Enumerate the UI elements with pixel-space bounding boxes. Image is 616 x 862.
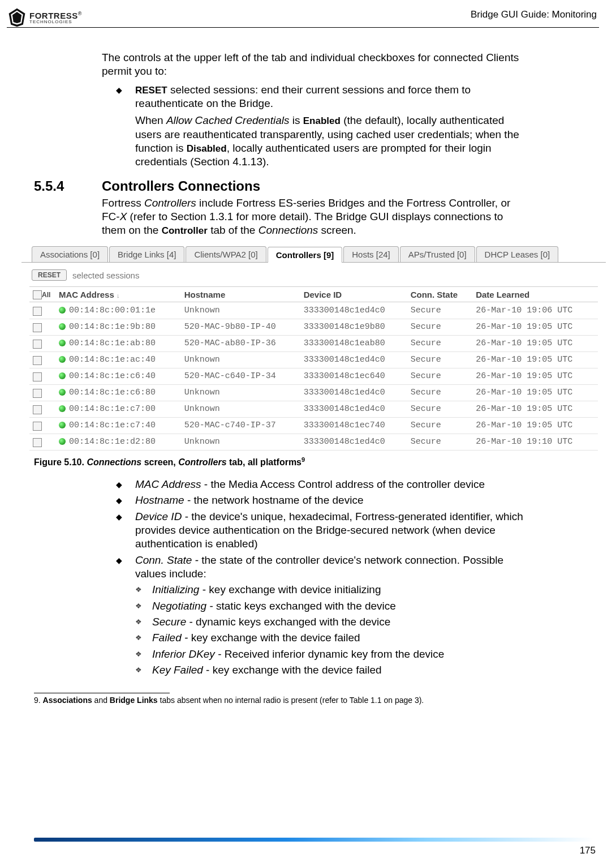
table-row: 00:14:8c:1e:9b:80520-MAC-9b80-IP-4033330… [29,319,598,335]
status-dot-icon [59,389,66,396]
fn-rest: tabs absent when no internal radio is pr… [158,696,424,705]
status-dot-icon [59,307,66,314]
controllers-table: All MAC Address ↓ Hostname Device ID Con… [29,286,598,450]
status-dot-icon [59,438,66,445]
row-checkbox[interactable] [33,389,42,398]
row-checkbox[interactable] [33,356,42,365]
col-device-id[interactable]: Device ID [300,287,407,302]
diamond-icon: ◆ [116,554,135,581]
reset-cont-b2: Disabled [187,143,227,154]
intro-paragraph: The controls at the upper left of the ta… [102,51,525,79]
table-row: 00:14:8c:1e:c6:80Unknown333300148c1ed4c0… [29,384,598,401]
fn-mid: and [92,696,110,705]
definition-item: ◆Device ID - the device's unique, hexade… [116,510,525,551]
fortress-icon [7,7,27,28]
fc-it2: Controllers [178,457,226,467]
reset-cont-b1: Enabled [303,115,341,126]
status-dot-icon [59,340,66,346]
flower-icon: ❖ [135,599,152,613]
sp-d: tab of the [208,224,259,236]
footnote-divider [34,693,170,693]
diamond-icon: ◆ [116,494,135,507]
sp-i3: Connections [259,224,318,236]
tab-clients-wpa2[interactable]: Clients/WPA2 [0] [186,246,266,262]
tab-dhcp-leases[interactable]: DHCP Leases [0] [476,246,559,262]
table-row: 00:14:8c:1e:c7:00Unknown333300148c1ed4c0… [29,401,598,417]
tab-aps-trusted[interactable]: APs/Trusted [0] [400,246,475,262]
state-item: ❖Negotiating - static keys exchanged wit… [135,599,525,613]
tab-controllers[interactable]: Controllers [9] [268,247,343,263]
sp-bold: Controller [162,225,208,236]
select-all-checkbox[interactable] [33,290,42,299]
table-row: 00:14:8c:1e:ac:40Unknown333300148c1ed4c0… [29,351,598,368]
flower-icon: ❖ [135,631,152,645]
bullet-reset: ◆ RESET selected sessions: end their cur… [116,83,525,169]
fc-prefix: Figure 5.10. [34,457,87,467]
status-dot-icon [59,405,66,412]
section-title: Controllers Connections [102,178,260,194]
row-checkbox[interactable] [33,405,42,414]
definition-item: ◆MAC Address - the Media Access Control … [116,478,525,491]
logo-sub-text: TECHNOLOGIES [29,20,81,24]
table-row: 00:14:8c:1e:ab:80520-MAC-ab80-IP-3633330… [29,335,598,351]
reset-button[interactable]: RESET [32,269,67,281]
state-item: ❖Failed - key exchange with the device f… [135,631,525,645]
state-item: ❖Inferior DKey - Received inferior dynam… [135,647,525,661]
page-header-title: Bridge GUI Guide: Monitoring [471,9,597,20]
sp-i2: X [120,211,127,222]
status-dot-icon [59,422,66,428]
header-divider [7,27,599,28]
diamond-icon: ◆ [116,83,135,169]
row-checkbox[interactable] [33,372,42,381]
sp-a: Fortress [102,197,144,209]
reset-label: selected sessions [72,271,139,280]
footnote-9: 9. Associations and Bridge Links tabs ab… [34,696,593,705]
brand-logo: FORTRESS® TECHNOLOGIES [7,7,81,28]
table-row: 00:14:8c:1e:c6:40520-MAC-c640-IP-3433330… [29,368,598,384]
table-row: 00:14:8c:1e:d2:80Unknown333300148c1ed4c0… [29,434,598,450]
diamond-icon: ◆ [116,478,135,491]
col-mac[interactable]: MAC Address ↓ [55,287,181,302]
flower-icon: ❖ [135,583,152,597]
row-checkbox[interactable] [33,307,42,316]
fc-mid2: tab, all platforms [227,457,301,467]
row-checkbox[interactable] [33,340,42,349]
status-dot-icon [59,372,66,379]
flower-icon: ❖ [135,663,152,677]
col-hostname[interactable]: Hostname [181,287,300,302]
fn-num: 9. [34,696,41,705]
col-date-learned[interactable]: Date Learned [472,287,598,302]
reset-cont-2: is [289,114,303,126]
logo-registered: ® [78,11,82,16]
diamond-icon: ◆ [116,510,135,551]
table-row: 00:14:8c:00:01:1eUnknown333300148c1ed4c0… [29,302,598,319]
flower-icon: ❖ [135,615,152,629]
tab-hosts[interactable]: Hosts [24] [343,246,399,262]
row-checkbox[interactable] [33,323,42,332]
status-dot-icon [59,356,66,363]
tab-bridge-links[interactable]: Bridge Links [4] [109,246,184,262]
figure-connections: Associations [0] Bridge Links [4] Client… [21,242,606,456]
page-number: 175 [580,845,596,856]
row-checkbox[interactable] [33,438,42,447]
row-checkbox[interactable] [33,422,42,431]
fn-b1: Associations [43,696,92,705]
fc-it1: Connections [87,457,141,467]
fc-sup: 9 [301,456,305,463]
fn-b2: Bridge Links [110,696,158,705]
fc-mid1: screen, [141,457,178,467]
table-row: 00:14:8c:1e:c7:40520-MAC-c740-IP-3733330… [29,417,598,434]
section-paragraph: Fortress Controllers include Fortress ES… [102,196,525,238]
reset-cont-1: When [135,114,166,126]
reset-text: selected sessions: end their current ses… [135,84,471,109]
section-number: 5.5.4 [34,178,102,194]
col-conn-state[interactable]: Conn. State [407,287,473,302]
flower-icon: ❖ [135,647,152,661]
sp-i1: Controllers [144,197,196,209]
sp-e: screen. [318,224,356,236]
definition-item: ◆Hostname - the network hostname of the … [116,494,525,507]
status-dot-icon [59,323,66,330]
definition-item: ◆Conn. State - the state of the controll… [116,554,525,581]
reset-cont-it1: Allow Cached Credentials [166,114,290,126]
tab-associations[interactable]: Associations [0] [32,246,108,262]
